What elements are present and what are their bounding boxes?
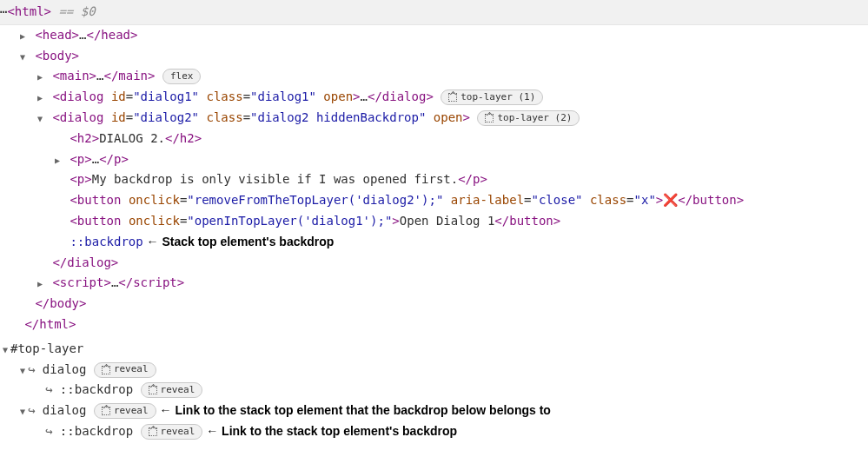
main-row[interactable]: ▶ <main>…</main> flex	[0, 66, 868, 87]
button1-row[interactable]: ▶ <button onclick="removeFromTheTopLayer…	[0, 190, 868, 211]
tag: </script>	[118, 275, 184, 289]
h2-row[interactable]: ▶ <h2>DIALOG 2.</h2>	[0, 129, 868, 149]
tag: >	[392, 214, 399, 228]
tag: </dialog>	[52, 255, 118, 269]
attr: aria-label	[443, 193, 524, 207]
button2-row[interactable]: ▶ <button onclick="openInTopLayer('dialo…	[0, 211, 868, 232]
x-icon: ❌	[663, 193, 678, 207]
reveal-button[interactable]: reveal	[94, 403, 156, 419]
reveal-icon	[102, 407, 110, 415]
collapse-icon[interactable]: ▼	[35, 111, 45, 126]
body-close-row[interactable]: ▶ </body>	[0, 294, 868, 315]
top-layer-backdrop-1[interactable]: ▶↪ ::backdrop reveal	[0, 380, 868, 401]
backdrop-ref: ::backdrop	[60, 382, 133, 396]
badge-label: reveal	[161, 382, 195, 399]
badge-label: reveal	[114, 403, 149, 420]
annotation: ← Stack top element's backdrop	[143, 235, 335, 248]
dots: …	[92, 152, 99, 166]
top-layer-badge[interactable]: top-layer (1)	[441, 89, 543, 105]
top-layer-badge[interactable]: top-layer (2)	[477, 110, 580, 126]
p1-row[interactable]: ▶ <p>…</p>	[0, 149, 868, 170]
attr: class	[199, 89, 243, 103]
top-layer-root: #top-layer	[10, 341, 83, 355]
reveal-icon	[102, 366, 110, 374]
html-open-tag[interactable]: <html>	[7, 4, 51, 18]
tag: </button>	[678, 193, 744, 207]
reveal-icon	[149, 386, 157, 394]
dialog2-row[interactable]: ▼ <dialog id="dialog2" class="dialog2 hi…	[0, 108, 868, 129]
link-arrow-icon: ↪	[28, 362, 43, 376]
val: "openInTopLayer('dialog1');"	[187, 214, 392, 228]
expand-icon[interactable]: ▶	[35, 276, 45, 291]
flex-badge[interactable]: flex	[162, 69, 202, 84]
html-close-row[interactable]: ▶ </html>	[0, 315, 868, 335]
expand-icon[interactable]: ▶	[52, 153, 63, 168]
annotation: ← Link to the stack top element's backdr…	[202, 424, 457, 438]
top-layer-root-row[interactable]: ▼#top-layer	[0, 339, 868, 360]
attr: class	[583, 193, 627, 207]
tag: </button>	[494, 214, 560, 228]
attr: id	[103, 89, 125, 103]
collapse-icon[interactable]: ▼	[17, 50, 28, 64]
badge-label: top-layer (2)	[497, 110, 572, 127]
collapse-icon[interactable]: ▼	[17, 363, 28, 378]
tag: <h2>	[70, 131, 99, 145]
selected-node-bar: ⋯<html> == $0	[0, 0, 868, 25]
dialog-ref: dialog	[43, 403, 87, 417]
expand-icon[interactable]: ▶	[35, 70, 45, 84]
body-row[interactable]: ▼ <body>	[0, 46, 868, 67]
link-arrow-icon: ↪	[45, 424, 60, 438]
val: "removeFromTheTopLayer('dialog2');"	[187, 193, 443, 207]
tag: </html>	[24, 317, 76, 331]
top-layer-item-2[interactable]: ▼↪ dialog reveal ← Link to the stack top…	[0, 401, 868, 421]
reveal-icon	[485, 114, 494, 123]
expand-icon[interactable]: ▶	[17, 29, 28, 43]
val: "x"	[634, 193, 656, 207]
val: "dialog2"	[133, 110, 199, 124]
text: DIALOG 2.	[99, 131, 165, 145]
reveal-icon	[448, 93, 457, 102]
reveal-button[interactable]: reveal	[141, 382, 203, 398]
tag: <dialog	[52, 89, 103, 103]
tag: <p>	[70, 172, 91, 186]
head-close: </head>	[86, 28, 137, 42]
backdrop-pseudo-row[interactable]: ▶ ::backdrop ← Stack top element's backd…	[0, 232, 868, 253]
attr: onclick	[121, 214, 179, 228]
reveal-button[interactable]: reveal	[94, 362, 156, 378]
head-row[interactable]: ▶ <head>…</head>	[0, 25, 868, 46]
dialog1-row[interactable]: ▶ <dialog id="dialog1" class="dialog1" o…	[0, 87, 868, 108]
reveal-icon	[149, 427, 157, 436]
attr: open	[316, 89, 353, 103]
collapse-icon[interactable]: ▼	[0, 342, 10, 357]
attr: class	[199, 110, 243, 124]
script-row[interactable]: ▶ <script>…</script>	[0, 273, 868, 294]
annotation: ← Link to the stack top element that the…	[156, 403, 551, 417]
link-arrow-icon: ↪	[28, 403, 43, 417]
dots: …	[361, 89, 368, 103]
tag: </p>	[458, 172, 487, 186]
tag: >	[463, 110, 470, 124]
tag: <dialog	[52, 110, 103, 124]
pseudo: ::backdrop	[70, 235, 142, 248]
badge-label: reveal	[114, 361, 149, 378]
tag: >	[656, 193, 663, 207]
tag: <p>	[70, 152, 91, 166]
attr: onclick	[121, 193, 179, 207]
collapse-icon[interactable]: ▼	[17, 404, 28, 419]
val: "dialog2 hiddenBackdrop"	[250, 110, 426, 124]
dialog-ref: dialog	[43, 362, 87, 376]
tag: </p>	[99, 152, 129, 166]
expand-icon[interactable]: ▶	[35, 90, 45, 105]
val: "close"	[532, 193, 583, 207]
tag: <script>	[52, 275, 110, 289]
top-layer-backdrop-2[interactable]: ▶↪ ::backdrop reveal ← Link to the stack…	[0, 421, 868, 442]
reveal-button[interactable]: reveal	[141, 424, 203, 440]
tag: <button	[70, 214, 121, 228]
dialog2-close-row[interactable]: ▶ </dialog>	[0, 253, 868, 274]
badge-label: reveal	[161, 424, 195, 440]
val: "dialog1"	[250, 89, 316, 103]
main-open: <main>	[52, 69, 96, 83]
top-layer-item-1[interactable]: ▼↪ dialog reveal	[0, 360, 868, 381]
badge-label: flex	[170, 69, 194, 85]
p2-row[interactable]: ▶ <p>My backdrop is only visible if I wa…	[0, 169, 868, 190]
